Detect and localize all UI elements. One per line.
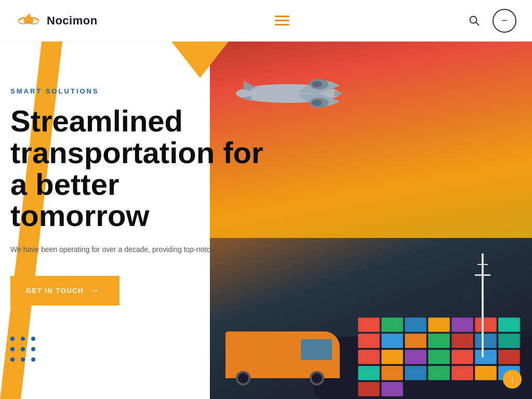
shipping-container-9: [405, 334, 427, 348]
dot-1: [10, 337, 15, 341]
container-stack: [355, 203, 532, 399]
svg-rect-10: [475, 274, 490, 276]
hero-section: SMART SOLUTIONS Streamlined transportati…: [0, 42, 532, 399]
dot-3: [31, 337, 35, 341]
header-right: −: [467, 9, 516, 33]
dot-9: [31, 357, 35, 362]
shipping-container-8: [381, 334, 403, 348]
menu-close-button[interactable]: −: [493, 9, 516, 33]
svg-line-3: [476, 22, 479, 25]
shipping-container-28: [358, 382, 380, 396]
shipping-container-21: [358, 366, 380, 380]
shipping-container-18: [451, 350, 473, 364]
shipping-container-20: [498, 350, 520, 364]
shipping-container-6: [498, 317, 520, 332]
svg-point-8: [312, 100, 322, 106]
scroll-arrow-icon: ↓: [510, 375, 515, 384]
shipping-container-13: [498, 334, 520, 348]
dot-2: [21, 337, 25, 341]
shipping-container-2: [405, 317, 427, 332]
shipping-container-14: [358, 350, 380, 364]
dot-5: [21, 347, 25, 351]
hero-subtitle: We have been operating for over a decade…: [10, 244, 249, 255]
shipping-container-0: [358, 317, 380, 332]
logo-text: Nocimon: [47, 14, 98, 28]
shipping-container-17: [428, 350, 450, 364]
search-button[interactable]: [467, 13, 482, 29]
hero-title: Streamlined transportation for a better …: [10, 105, 265, 232]
shipping-container-22: [381, 366, 403, 380]
dot-7: [10, 357, 15, 362]
shipping-container-11: [451, 334, 473, 348]
shipping-container-1: [381, 317, 403, 332]
svg-rect-11: [477, 264, 488, 265]
shipping-container-3: [428, 317, 450, 332]
shipping-container-15: [381, 350, 403, 364]
cta-arrow-icon: →: [90, 285, 100, 296]
shipping-container-16: [405, 350, 427, 364]
svg-point-7: [312, 81, 322, 87]
search-icon: [469, 15, 480, 26]
hamburger-menu-icon[interactable]: [275, 16, 289, 25]
header-center: [275, 16, 289, 25]
ship-mast: [475, 254, 490, 357]
shipping-container-7: [358, 334, 380, 348]
dot-6: [31, 347, 35, 351]
svg-rect-9: [482, 254, 484, 357]
cta-label: GET IN TOUCH: [26, 287, 84, 295]
scroll-indicator[interactable]: ↓: [503, 370, 522, 389]
logo[interactable]: Nocimon: [16, 10, 98, 31]
dot-8: [21, 357, 25, 362]
svg-point-2: [470, 16, 477, 23]
dot-decoration: [10, 337, 265, 364]
shipping-container-23: [405, 366, 427, 380]
shipping-container-25: [451, 366, 473, 380]
get-in-touch-button[interactable]: GET IN TOUCH →: [10, 276, 119, 305]
shipping-container-24: [428, 366, 450, 380]
eyebrow-label: SMART SOLUTIONS: [10, 87, 265, 95]
hero-content: SMART SOLUTIONS Streamlined transportati…: [0, 42, 286, 399]
svg-point-1: [26, 15, 31, 20]
shipping-container-29: [381, 382, 403, 396]
shipping-container-4: [451, 317, 473, 332]
shipping-container-10: [428, 334, 450, 348]
header: Nocimon −: [0, 0, 532, 42]
shipping-container-26: [475, 366, 497, 380]
dot-4: [10, 347, 15, 351]
logo-icon: [16, 10, 42, 31]
